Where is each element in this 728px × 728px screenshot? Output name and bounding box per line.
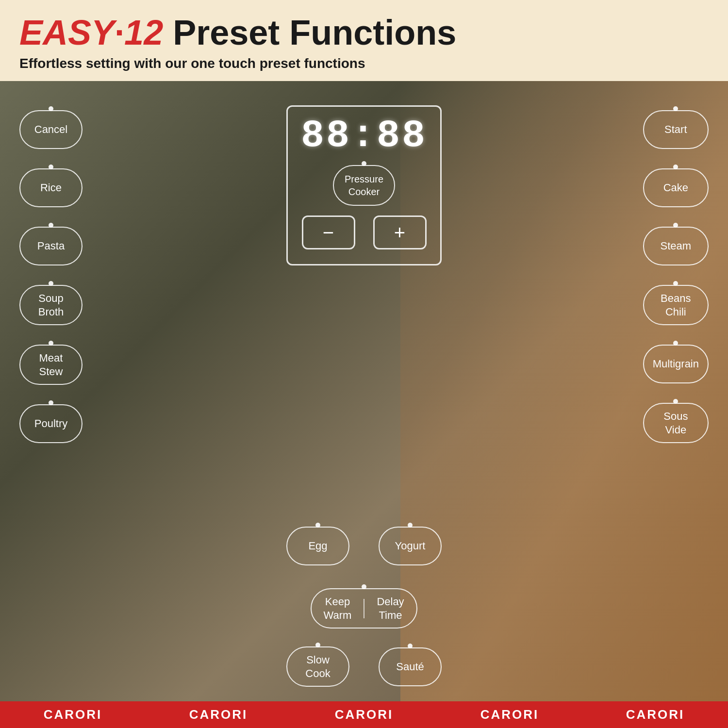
right-column: Start Cake Steam BeansChili Multigrain S… — [643, 110, 709, 443]
delay-time-label: DelayTime — [364, 595, 416, 622]
multigrain-button[interactable]: Multigrain — [643, 345, 709, 383]
buttons-grid: Cancel Rice Pasta SoupBroth MeatStew Pou… — [0, 81, 728, 701]
footer-brand-5: CARORI — [626, 707, 685, 722]
display-box: 88:88 PressureCooker − + — [286, 105, 442, 265]
rice-button[interactable]: Rice — [19, 168, 83, 207]
keep-warm-delay-button[interactable]: KeepWarm DelayTime — [311, 588, 417, 629]
beans-chili-button[interactable]: BeansChili — [643, 285, 709, 325]
pasta-button[interactable]: Pasta — [19, 227, 83, 265]
footer-brand-4: CARORI — [480, 707, 539, 722]
cake-button[interactable]: Cake — [643, 168, 709, 207]
yogurt-button[interactable]: Yogurt — [379, 527, 442, 565]
title-dot: · — [115, 13, 124, 52]
main-content: Cancel Rice Pasta SoupBroth MeatStew Pou… — [0, 81, 728, 701]
soup-broth-button[interactable]: SoupBroth — [19, 285, 83, 325]
footer: CARORI CARORI CARORI CARORI CARORI — [0, 701, 728, 728]
title-rest: Preset Functions — [163, 13, 456, 52]
header-subtitle: Effortless setting with our one touch pr… — [19, 56, 709, 71]
steam-button[interactable]: Steam — [643, 227, 709, 265]
timer-display: 88:88 — [301, 116, 427, 155]
keep-warm-delay-row: KeepWarm DelayTime — [311, 588, 417, 629]
footer-brand-2: CARORI — [189, 707, 248, 722]
footer-brand-1: CARORI — [44, 707, 102, 722]
keep-warm-label: KeepWarm — [312, 595, 364, 622]
left-column: Cancel Rice Pasta SoupBroth MeatStew Pou… — [19, 110, 83, 443]
saute-button[interactable]: Sauté — [379, 647, 442, 686]
egg-yogurt-row: Egg Yogurt — [286, 527, 442, 565]
plus-button[interactable]: + — [373, 215, 427, 249]
minus-button[interactable]: − — [302, 215, 355, 249]
footer-brand-3: CARORI — [335, 707, 394, 722]
slow-cook-button[interactable]: SlowCook — [286, 646, 349, 687]
meat-stew-button[interactable]: MeatStew — [19, 345, 83, 385]
header: EASY·12 Preset Functions Effortless sett… — [0, 0, 728, 81]
start-button[interactable]: Start — [643, 110, 709, 149]
adjust-buttons: − + — [298, 215, 430, 249]
pressure-cooker-button[interactable]: PressureCooker — [333, 165, 395, 206]
title-easy: EASY — [19, 13, 115, 52]
main-title: EASY·12 Preset Functions — [19, 14, 709, 52]
slow-cook-saute-row: SlowCook Sauté — [286, 646, 442, 687]
title-twelve: 12 — [124, 13, 163, 52]
egg-button[interactable]: Egg — [286, 527, 349, 565]
center-panel: 88:88 PressureCooker − + — [286, 105, 442, 265]
cancel-button[interactable]: Cancel — [19, 110, 83, 149]
sous-vide-button[interactable]: SousVide — [643, 403, 709, 443]
poultry-button[interactable]: Poultry — [19, 404, 83, 443]
